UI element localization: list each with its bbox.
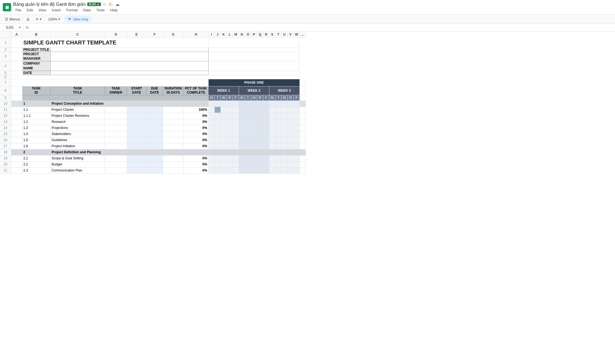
view-only-button[interactable]: 👁 View only: [64, 16, 91, 22]
pct-20: 0%: [183, 161, 208, 167]
phase-one-header: PHASE ONE: [208, 79, 299, 86]
cell-ref-arrow[interactable]: ▼: [19, 26, 21, 29]
day-F3: F: [293, 95, 299, 101]
zoom-arrow: ▼: [58, 18, 61, 21]
col-header-K[interactable]: K: [220, 31, 227, 38]
col-header-T[interactable]: T: [275, 31, 281, 38]
task-title-20: Budget: [50, 161, 105, 167]
col-header-M[interactable]: M: [233, 31, 239, 38]
row-21: 21 2,3 Communication Plan 0%: [0, 167, 306, 173]
col-header-J[interactable]: J: [214, 31, 220, 38]
col-header-H[interactable]: H: [183, 31, 208, 38]
format-icon: ≡: [36, 17, 38, 21]
col-header-F[interactable]: F: [146, 31, 163, 38]
zoom-control[interactable]: 100% ▼: [46, 16, 63, 22]
col-header-L[interactable]: L: [227, 31, 233, 38]
day-W3: W: [281, 95, 287, 101]
row-14: 14 1,3 Projections 0%: [0, 125, 306, 131]
value-date[interactable]: [50, 71, 208, 75]
sheet-table: A B C D E F G H I J K L M N O P Q R S T …: [0, 31, 306, 174]
col-header-A[interactable]: A: [11, 31, 22, 38]
col-header-G[interactable]: G: [163, 31, 183, 38]
menu-view[interactable]: View: [36, 7, 48, 13]
row-4: 4 COMPANYNAME: [0, 61, 306, 71]
r1-A: [11, 38, 22, 48]
pct-13: 0%: [183, 119, 208, 125]
col-header-O[interactable]: O: [245, 31, 251, 38]
row-16: 16 1,5 Guidelines 0%: [0, 137, 306, 143]
col-header-P[interactable]: P: [251, 31, 257, 38]
pct-12: 0%: [183, 113, 208, 119]
formula-input[interactable]: [30, 25, 613, 30]
task-id-12: 1.1.1: [22, 113, 50, 119]
row-1: 1 SIMPLE GANTT CHART TEMPLATE: [0, 38, 306, 48]
print-button[interactable]: 🖨: [24, 16, 32, 22]
week1-header: WEEK 1: [208, 86, 239, 95]
main-title-cell: SIMPLE GANTT CHART TEMPLATE: [22, 38, 208, 48]
col-header-C[interactable]: C: [50, 31, 105, 38]
col-header-N[interactable]: N: [239, 31, 245, 38]
day-M3: M: [269, 95, 275, 101]
menu-insert[interactable]: Insert: [49, 7, 63, 13]
row-11: 11 1,1 Project Charter 100%: [0, 107, 306, 113]
row-19: 19 2,1 Scope & Goal Setting 0%: [0, 155, 306, 161]
title-area: Bảng quản lý tiến độ Gantt đơn giản XLSX…: [13, 2, 612, 13]
value-project-title[interactable]: [50, 48, 208, 52]
corner-header: [0, 31, 11, 38]
xlsx-badge: XLSX ▲: [87, 2, 101, 6]
value-company-name[interactable]: [50, 61, 208, 71]
view-only-label: View only: [73, 17, 88, 21]
sheet-container[interactable]: A B C D E F G H I J K L M N O P Q R S T …: [0, 31, 615, 362]
pct-21: 0%: [183, 167, 208, 173]
header-task-id: TASKID: [22, 86, 50, 95]
format-button[interactable]: ≡ ▼: [34, 16, 44, 22]
task-id-18: 2: [22, 149, 50, 155]
label-date: DATE: [22, 71, 50, 75]
header-duration: DURATIONIN DAYS: [163, 86, 183, 95]
col-header-U[interactable]: U: [281, 31, 287, 38]
menu-file[interactable]: File: [13, 7, 23, 13]
menu-help[interactable]: Help: [108, 7, 120, 13]
menu-edit[interactable]: Edit: [25, 7, 35, 13]
menu-format[interactable]: Format: [64, 7, 80, 13]
row-20: 20 2,2 Budget 0%: [0, 161, 306, 167]
col-header-E[interactable]: E: [127, 31, 146, 38]
row-15: 15 1,4 Stakeholders 0%: [0, 131, 306, 137]
drive-icon: ⛅: [108, 2, 114, 7]
menus-button[interactable]: ☰ Menus: [3, 16, 22, 22]
doc-title: Bảng quản lý tiến độ Gantt đơn giản XLSX…: [13, 2, 612, 7]
pct-17: 0%: [183, 143, 208, 149]
value-project-manager[interactable]: [50, 52, 208, 61]
col-header-D[interactable]: D: [105, 31, 127, 38]
col-header-W[interactable]: W: [293, 31, 299, 38]
col-header-R[interactable]: R: [263, 31, 269, 38]
col-header-V[interactable]: V: [287, 31, 293, 38]
day-W2: W: [251, 95, 257, 101]
col-header-S[interactable]: S: [269, 31, 275, 38]
toolbar: ☰ Menus 🖨 ≡ ▼ 100% ▼ 👁 View only: [0, 15, 615, 24]
row-9: 9 M T W R F M T W R F M T W R F: [0, 95, 306, 101]
col-header-I[interactable]: I: [208, 31, 214, 38]
top-bar: ▦ Bảng quản lý tiến độ Gantt đơn giản XL…: [0, 0, 615, 15]
row-6: 6: [0, 75, 306, 79]
menu-data[interactable]: Data: [81, 7, 93, 13]
menus-icon: ☰: [5, 17, 8, 21]
header-due-date: DUEDATE: [146, 86, 163, 95]
star-icon[interactable]: ☆: [102, 2, 106, 7]
phase-one-label: PHASE ONE: [244, 81, 264, 85]
col-header-more[interactable]: ...: [299, 31, 306, 38]
col-header-B[interactable]: B: [22, 31, 50, 38]
cell-ref-display: BJ95: [2, 25, 17, 30]
task-id-1: 1: [22, 101, 50, 107]
task-id-19: 2,1: [22, 155, 50, 161]
menu-bar: File Edit View Insert Format Data Tools …: [13, 7, 612, 13]
day-R1: R: [227, 95, 233, 101]
pct-11: 100%: [183, 107, 208, 113]
col-header-Q[interactable]: Q: [257, 31, 263, 38]
r1-gantt: [208, 38, 299, 48]
task-title-14: Projections: [50, 125, 105, 131]
task-id-17: 1,6: [22, 143, 50, 149]
menu-tools[interactable]: Tools: [94, 7, 107, 13]
label-project-manager: PROJECTMANAGER: [22, 52, 50, 61]
fx-icon: fx: [26, 25, 29, 30]
